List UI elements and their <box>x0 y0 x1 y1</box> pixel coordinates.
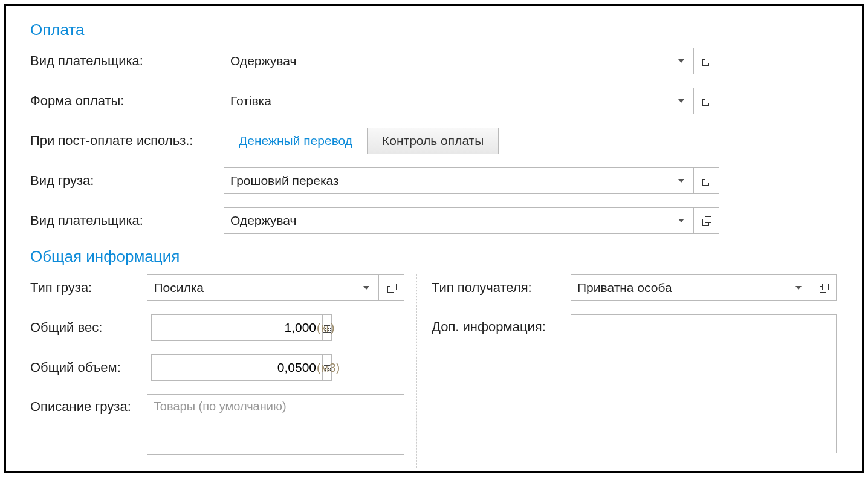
row-description: Описание груза: <box>30 394 404 455</box>
chevron-down-icon <box>678 219 684 222</box>
dropdown-button[interactable] <box>669 88 694 114</box>
row-weight: Общий вес: (кг) <box>30 314 404 341</box>
label-extra-info: Доп. информация: <box>432 314 571 335</box>
combo-payer-type <box>224 48 719 74</box>
textarea-extra-info[interactable] <box>571 314 837 453</box>
label-cargo-type: Тип груза: <box>30 280 147 296</box>
chevron-down-icon <box>678 179 684 183</box>
input-recipient-type[interactable] <box>571 274 786 301</box>
calculator-icon <box>323 323 331 333</box>
toggle-money-transfer[interactable]: Денежный перевод <box>224 128 367 154</box>
calculator-button[interactable] <box>322 354 332 381</box>
label-recipient-type: Тип получателя: <box>432 280 571 296</box>
chevron-down-icon <box>678 99 684 103</box>
combo-payment-form <box>224 88 719 114</box>
calculator-button[interactable] <box>322 314 332 341</box>
label-volume: Общий объем: <box>30 360 151 375</box>
popout-icon <box>387 284 396 292</box>
popout-button[interactable] <box>694 48 719 74</box>
popout-icon <box>702 177 711 185</box>
row-payer-type-2: Вид плательщика: <box>30 207 838 234</box>
column-left: Тип груза: Общий вес: (кг) Общий объем: <box>30 274 417 468</box>
label-payer-type: Вид плательщика: <box>30 53 224 69</box>
combo-cargo-kind <box>224 167 719 194</box>
toggle-post-payment: Денежный перевод Контроль оплаты <box>224 128 499 154</box>
input-cargo-type[interactable] <box>147 274 354 301</box>
dropdown-button[interactable] <box>786 274 811 301</box>
textarea-description[interactable] <box>147 394 404 455</box>
popout-icon <box>702 57 711 65</box>
label-post-payment: При пост-оплате использ.: <box>30 133 224 149</box>
toggle-payment-control[interactable]: Контроль оплаты <box>367 128 498 154</box>
popout-button[interactable] <box>694 167 719 194</box>
input-cargo-kind[interactable] <box>224 167 669 194</box>
form-panel: Оплата Вид плательщика: Форма оплаты: Пр… <box>4 4 864 473</box>
input-payment-form[interactable] <box>224 88 669 114</box>
field-volume <box>151 354 308 381</box>
dropdown-button[interactable] <box>354 274 379 301</box>
label-payment-form: Форма оплаты: <box>30 93 224 109</box>
input-weight[interactable] <box>151 314 322 341</box>
dropdown-button[interactable] <box>669 207 694 234</box>
label-weight: Общий вес: <box>30 320 151 336</box>
chevron-down-icon <box>795 286 802 290</box>
row-payment-form: Форма оплаты: <box>30 88 838 114</box>
combo-payer-type-2 <box>224 207 719 234</box>
row-payer-type: Вид плательщика: <box>30 48 838 74</box>
popout-button[interactable] <box>694 88 719 114</box>
input-payer-type[interactable] <box>224 48 669 74</box>
label-payer-type-2: Вид плательщика: <box>30 213 224 229</box>
input-volume[interactable] <box>151 354 322 381</box>
combo-recipient-type <box>571 274 837 301</box>
popout-button[interactable] <box>694 207 719 234</box>
input-payer-type-2[interactable] <box>224 207 669 234</box>
row-extra-info: Доп. информация: <box>432 314 838 453</box>
chevron-down-icon <box>678 59 684 63</box>
chevron-down-icon <box>363 286 369 290</box>
field-weight <box>151 314 308 341</box>
popout-button[interactable] <box>811 274 837 301</box>
label-cargo-kind: Вид груза: <box>30 173 224 189</box>
combo-cargo-type <box>147 274 404 301</box>
row-cargo-kind: Вид груза: <box>30 167 838 194</box>
row-recipient-type: Тип получателя: <box>432 274 838 301</box>
row-post-payment: При пост-оплате использ.: Денежный перев… <box>30 128 838 154</box>
dropdown-button[interactable] <box>669 48 694 74</box>
section-title-payment: Оплата <box>30 21 838 39</box>
popout-icon <box>702 97 711 105</box>
section-title-general: Общая информация <box>30 247 838 266</box>
row-volume: Общий объем: (м3) <box>30 354 404 381</box>
calculator-icon <box>323 363 331 372</box>
popout-button[interactable] <box>379 274 404 301</box>
two-column-layout: Тип груза: Общий вес: (кг) Общий объем: <box>30 274 838 468</box>
label-description: Описание груза: <box>30 394 147 415</box>
dropdown-button[interactable] <box>669 167 694 194</box>
popout-icon <box>702 216 711 225</box>
row-cargo-type: Тип груза: <box>30 274 404 301</box>
popout-icon <box>820 284 828 292</box>
column-right: Тип получателя: Доп. информация: <box>429 274 838 468</box>
